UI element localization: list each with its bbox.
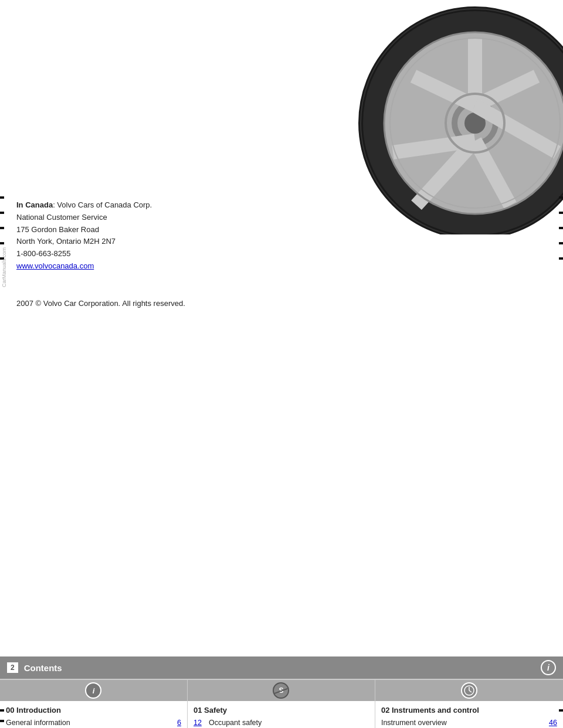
- toc-entry-general-info: General information 6: [6, 717, 181, 728]
- toc-page-general-info[interactable]: 6: [177, 719, 181, 727]
- col1-title-text: Safety: [204, 706, 227, 715]
- address-line3: North York, Ontario M2H 2N7: [16, 236, 152, 248]
- col0-header: i: [0, 680, 187, 701]
- toc-instrument-overview: Instrument overview 46: [381, 717, 557, 727]
- address-line-canada: In Canada: Volvo Cars of Canada Corp.: [16, 199, 152, 212]
- col1-section-num: 01: [194, 706, 204, 715]
- address-line2: 175 Gordon Baker Road: [16, 224, 152, 236]
- col1-header: S: [188, 680, 375, 701]
- col-introduction: i 00 Introduction General information 6 …: [0, 680, 188, 728]
- marker-1: [0, 196, 4, 199]
- right-marker-3: [559, 227, 563, 229]
- address-company: : Volvo Cars of Canada Corp.: [53, 200, 152, 209]
- col0-icon: i: [85, 682, 101, 699]
- marker-2: [0, 212, 4, 214]
- col0-title: 00 Introduction: [6, 706, 181, 715]
- right-marker-2: [559, 212, 563, 214]
- col2-section-num: 02: [381, 706, 392, 715]
- marker-3: [0, 227, 4, 229]
- col2-header: [375, 680, 563, 701]
- col-safety: S 01 Safety 12 Occupant safety 14 Seat b…: [188, 680, 375, 728]
- page-number: 2: [7, 662, 18, 673]
- col1-title: 01 Safety: [194, 706, 369, 715]
- marker-4: [0, 242, 4, 244]
- address-line1: National Customer Service: [16, 212, 152, 224]
- toc-label-instrument-overview: Instrument overview: [381, 719, 544, 727]
- website-link[interactable]: www.volvocanada.com: [16, 261, 94, 270]
- toc-page-instrument-overview[interactable]: 46: [544, 719, 557, 727]
- toc-marker-l2: [0, 720, 4, 722]
- watermark: CarManuals.com: [1, 247, 7, 287]
- address-phone: 1-800-663-8255: [16, 248, 152, 260]
- right-marker-4: [559, 242, 563, 244]
- in-canada-label: In Canada: [16, 200, 53, 209]
- col-instruments: 02 Instruments and control Instrument ov…: [375, 680, 563, 728]
- col0-section-num: 00: [6, 706, 16, 715]
- page-wrapper: In Canada: Volvo Cars of Canada Corp. Na…: [0, 0, 563, 728]
- col2-title: 02 Instruments and control: [381, 706, 557, 715]
- toc-page-occupant-safety[interactable]: 12: [194, 719, 206, 727]
- contents-bar: 2 Contents i: [0, 656, 563, 679]
- col0-title-text: Introduction: [16, 706, 61, 715]
- col2-icon: [461, 682, 477, 699]
- toc-label-occupant-safety: Occupant safety: [209, 719, 262, 727]
- contents-info-icon: i: [541, 660, 556, 675]
- copyright: 2007 © Volvo Car Corporation. All rights…: [16, 299, 185, 308]
- wheel-image: [328, 6, 563, 234]
- toc-occupant-safety: 12 Occupant safety: [194, 717, 369, 727]
- col1-icon: S: [273, 682, 289, 699]
- toc-marker-r1: [559, 709, 563, 712]
- contents-title: Contents: [24, 663, 62, 673]
- right-markers-toc: [559, 680, 563, 728]
- svg-line-19: [469, 690, 472, 692]
- address-block: In Canada: Volvo Cars of Canada Corp. Na…: [16, 199, 152, 273]
- toc-section: i 00 Introduction General information 6 …: [0, 679, 563, 728]
- right-marker-1: [559, 196, 563, 199]
- col2-title-text: Instruments and control: [392, 706, 479, 715]
- toc-marker-l1: [0, 709, 4, 712]
- address-website[interactable]: www.volvocanada.com: [16, 260, 152, 273]
- right-markers-address: [559, 196, 563, 273]
- right-marker-5: [559, 257, 563, 260]
- header-area: In Canada: Volvo Cars of Canada Corp. Na…: [0, 0, 563, 328]
- left-markers-toc: [0, 680, 4, 728]
- toc-label-general-info: General information: [6, 719, 70, 727]
